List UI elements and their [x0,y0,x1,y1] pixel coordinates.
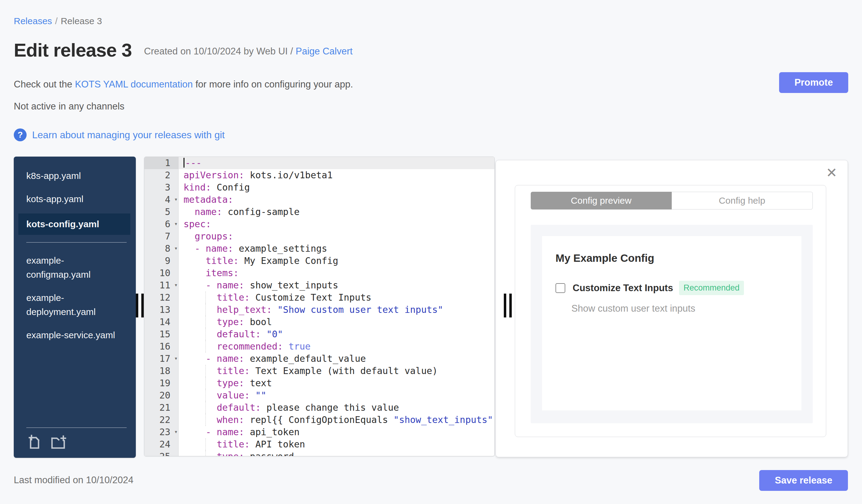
config-preview-area: My Example Config Customize Text Inputs … [531,225,813,423]
gutter-line-number: 18 [144,365,179,377]
code-line-21: 21 default: please change this value [144,401,494,414]
created-text: Created on 10/10/2024 by Web UI / [144,46,296,56]
fold-caret-icon[interactable]: ▾ [174,242,178,254]
gutter-line-number: 22 [144,414,179,426]
code-line-23: 23▾ - name: api_token [144,426,494,438]
gutter-line-number: 8▾ [144,242,179,255]
gutter-line-number: 12 [144,291,179,304]
yaml-editor[interactable]: 1---2apiVersion: kots.io/v1beta13kind: C… [144,157,495,456]
recommended-badge: Recommended [679,281,744,295]
code-line-24: 24 title: API token [144,438,494,450]
new-folder-icon [50,446,68,451]
gutter-line-number: 19 [144,377,179,389]
code-line-9: 9 title: My Example Config [144,255,494,267]
docs-line-post: for more info on configuring your app. [193,79,353,90]
fold-caret-icon[interactable]: ▾ [174,425,178,438]
code-line-3: 3kind: Config [144,181,494,194]
resize-handle-right[interactable] [504,294,512,317]
code-line-20: 20 value: "" [144,389,494,401]
save-release-button[interactable]: Save release [759,470,848,491]
code-line-25: 25 type: password [144,450,494,456]
gutter-line-number: 24 [144,438,179,450]
code-line-6: 6▾spec: [144,218,494,230]
sidebar-file-k8s-app.yaml[interactable]: k8s-app.yaml [18,167,130,185]
gutter-line-number: 2 [144,169,179,181]
file-list: k8s-app.yamlkots-app.yamlkots-config.yam… [18,167,130,349]
code-line-11: 11▾ - name: show_text_inputs [144,279,494,291]
code-line-4: 4▾metadata: [144,194,494,206]
config-tabs: Config previewConfig help [531,192,813,210]
close-icon[interactable]: ✕ [824,164,839,181]
fold-caret-icon[interactable]: ▾ [174,217,178,230]
gutter-line-number: 17▾ [144,353,179,365]
code-line-18: 18 title: Text Example (with default val… [144,365,494,377]
fold-caret-icon[interactable]: ▾ [174,193,178,205]
gutter-line-number: 23▾ [144,426,179,438]
gutter-line-number: 9 [144,255,179,267]
sidebar-group-divider [26,242,127,242]
new-file-icon [26,446,43,451]
fold-caret-icon[interactable]: ▾ [174,279,178,291]
breadcrumb-current: Release 3 [61,16,102,26]
config-group-title: My Example Config [556,252,788,264]
page-title: Edit release 3 [14,39,132,61]
config-preview-inner: Config previewConfig help My Example Con… [515,185,826,437]
title-row: Edit release 3 Created on 10/10/2024 by … [14,39,353,61]
tab-config-help[interactable]: Config help [672,192,813,210]
git-help-row: ? Learn about managing your releases wit… [14,129,225,141]
breadcrumb: Releases/Release 3 [14,16,102,26]
new-file-button[interactable] [26,433,43,450]
config-item-row: Customize Text Inputs Recommended [556,281,788,295]
last-modified: Last modified on 10/10/2024 [14,475,133,486]
breadcrumb-releases-link[interactable]: Releases [14,16,52,26]
config-item-help: Show custom user text inputs [571,303,788,314]
code-line-13: 13 help_text: "Show custom user text inp… [144,304,494,316]
gutter-line-number: 15 [144,328,179,340]
fold-caret-icon[interactable]: ▾ [174,352,178,364]
code-line-16: 16 recommended: true [144,340,494,353]
config-item-label: Customize Text Inputs [573,282,673,294]
text-cursor [184,158,184,168]
sidebar-bottom-divider [26,427,127,428]
sidebar-actions [18,427,130,450]
resize-handle-left[interactable] [136,294,144,317]
gutter-line-number: 5 [144,206,179,218]
promote-button[interactable]: Promote [779,72,848,93]
author-link[interactable]: Paige Calvert [296,46,353,56]
code-line-15: 15 default: "0" [144,328,494,340]
code-line-10: 10 items: [144,267,494,279]
gutter-line-number: 1 [144,157,179,169]
sidebar-file-example-service.yaml[interactable]: example-service.yaml [18,326,130,344]
sidebar-file-example-configmap.yaml[interactable]: example-configmap.yaml [18,252,130,283]
sidebar-file-kots-config.yaml[interactable]: kots-config.yaml [18,213,130,235]
gutter-line-number: 21 [144,401,179,414]
gutter-line-number: 14 [144,316,179,328]
code-line-12: 12 title: Customize Text Inputs [144,291,494,304]
sidebar-spacer [18,349,130,427]
docs-info-line: Check out the KOTS YAML documentation fo… [14,79,353,90]
sidebar-file-example-deployment.yaml[interactable]: example-deployment.yaml [18,289,130,321]
kots-docs-link[interactable]: KOTS YAML documentation [75,79,193,90]
sidebar-file-kots-app.yaml[interactable]: kots-app.yaml [18,190,130,208]
channel-status: Not active in any channels [14,101,125,112]
gutter-line-number: 11▾ [144,279,179,291]
customize-text-inputs-checkbox[interactable] [556,283,565,293]
file-sidebar: k8s-app.yamlkots-app.yamlkots-config.yam… [14,157,136,458]
code-line-8: 8▾ - name: example_settings [144,242,494,255]
new-folder-button[interactable] [50,433,68,450]
gutter-line-number: 7 [144,230,179,242]
code-line-19: 19 type: text [144,377,494,389]
config-card: My Example Config Customize Text Inputs … [542,236,801,410]
docs-line-pre: Check out the [14,79,75,90]
gutter-line-number: 4▾ [144,194,179,206]
code-line-17: 17▾ - name: example_default_value [144,353,494,365]
git-releases-link[interactable]: Learn about managing your releases with … [32,129,225,141]
code-line-14: 14 type: bool [144,316,494,328]
gutter-line-number: 3 [144,181,179,194]
gutter-line-number: 6▾ [144,218,179,230]
code-line-7: 7 groups: [144,230,494,242]
breadcrumb-separator: / [55,16,57,26]
gutter-line-number: 10 [144,267,179,279]
gutter-line-number: 20 [144,389,179,401]
tab-config-preview[interactable]: Config preview [531,192,672,210]
